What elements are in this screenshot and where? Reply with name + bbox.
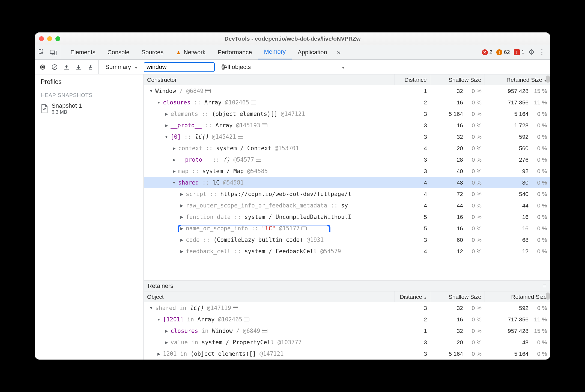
objects-scope-dropdown[interactable]: All objects <box>222 62 347 72</box>
table-row[interactable]: ▶__proto__ :: () @545773280 %2760 % <box>144 154 550 165</box>
titlebar: DevTools - codepen.io/web-dot-dev/live/o… <box>35 32 550 45</box>
download-icon[interactable] <box>76 64 82 70</box>
view-dropdown[interactable]: Summary <box>104 62 139 72</box>
issues-count[interactable]: !1 <box>514 49 524 55</box>
table-row[interactable]: ▶name_or_scope_info :: "lC" @151775160 %… <box>144 223 550 234</box>
collapse-icon[interactable]: ▼ <box>164 135 169 139</box>
window-badge-icon <box>256 158 261 162</box>
retainers-columns: Object Distance Shallow Size Retained Si… <box>144 291 550 302</box>
expand-icon[interactable]: ▶ <box>164 340 169 345</box>
tab-performance[interactable]: Performance <box>212 45 258 59</box>
window-title: DevTools - codepen.io/web-dot-dev/live/o… <box>35 35 550 42</box>
expand-icon[interactable]: ▶ <box>172 169 177 173</box>
col-shallow[interactable]: Shallow Size <box>430 74 485 85</box>
retainers-header: Retainers ≡ <box>144 281 550 291</box>
window-badge-icon <box>262 123 267 127</box>
table-row[interactable]: ▶__proto__ :: Array @1451933160 %1 7280 … <box>144 120 550 131</box>
expand-icon[interactable]: ▶ <box>179 215 184 219</box>
table-row[interactable]: ▶raw_outer_scope_info_or_feedback_metada… <box>144 200 550 211</box>
table-row[interactable]: ▼shared :: lC @545814480 %800 % <box>144 177 550 188</box>
col-constructor[interactable]: Constructor <box>144 74 395 85</box>
tab-network[interactable]: ▲Network <box>169 45 211 59</box>
retainers-menu-icon[interactable]: ≡ <box>542 282 547 290</box>
expand-icon[interactable]: ▶ <box>164 112 169 116</box>
window-badge-icon <box>238 135 243 139</box>
snapshot-size: 6.3 MB <box>52 109 82 115</box>
device-toolbar-icon[interactable] <box>50 49 57 55</box>
expand-icon[interactable]: ▶ <box>172 146 177 150</box>
memory-toolbar: Summary ✕ All objects <box>35 60 550 74</box>
table-row[interactable]: ▶1201 in (object elements)[] @14712135 1… <box>144 348 550 360</box>
upload-icon[interactable] <box>64 64 70 70</box>
col-retained-r[interactable]: Retained Size <box>485 291 550 302</box>
expand-icon[interactable]: ▶ <box>164 123 169 128</box>
inspect-icon[interactable] <box>38 49 45 56</box>
heap-snapshots-section: HEAP SNAPSHOTS <box>35 89 144 100</box>
snapshot-name: Snapshot 1 <box>52 102 82 109</box>
table-row[interactable]: ▼Window / @68491320 %957 42815 % <box>144 85 550 97</box>
heap-grid: Constructor Distance Shallow Size Retain… <box>144 74 550 360</box>
col-shallow-r[interactable]: Shallow Size <box>430 291 485 302</box>
settings-icon[interactable]: ⚙ <box>528 48 535 56</box>
col-retained[interactable]: Retained Size <box>485 74 550 85</box>
expand-icon[interactable]: ▶ <box>156 352 161 356</box>
constructors-header: Constructor Distance Shallow Size Retain… <box>144 74 550 85</box>
expand-icon[interactable]: ▶ <box>179 192 184 196</box>
table-row[interactable]: ▼[1201] in Array @1024652160 %717 35611 … <box>144 314 550 325</box>
table-row[interactable]: ▶elements :: (object elements)[] @147121… <box>144 108 550 120</box>
collapse-icon[interactable]: ▼ <box>156 317 161 322</box>
more-icon[interactable]: ⋮ <box>538 48 545 56</box>
tab-console[interactable]: Console <box>102 45 136 59</box>
snapshot-item[interactable]: Snapshot 1 6.3 MB <box>35 100 144 117</box>
expand-icon[interactable]: ▶ <box>179 203 184 208</box>
window-badge-icon <box>262 329 267 333</box>
collapse-icon[interactable]: ▼ <box>156 100 161 105</box>
table-row[interactable]: ▶code :: (CompileLazy builtin code) @193… <box>144 234 550 246</box>
tab-memory[interactable]: Memory <box>258 45 292 59</box>
table-row[interactable]: ▶script :: https://cdpn.io/web-dot-dev/f… <box>144 188 550 200</box>
table-row[interactable]: ▶value in system / PropertyCell @1037773… <box>144 337 550 348</box>
class-filter-input[interactable]: ✕ <box>144 62 215 72</box>
warning-count[interactable]: !62 <box>496 49 510 55</box>
clear-icon[interactable] <box>52 64 58 70</box>
window-badge-icon <box>251 101 256 104</box>
table-row[interactable]: ▶map :: system / Map @545853400 %920 % <box>144 165 550 177</box>
window-badge-icon <box>205 89 211 93</box>
svg-rect-7 <box>89 67 92 69</box>
window-badge-icon <box>244 318 249 321</box>
tab-elements[interactable]: Elements <box>64 45 102 59</box>
table-row[interactable]: ▼[0] :: lC() @1454213320 %5920 % <box>144 131 550 143</box>
expand-icon[interactable]: ▶ <box>179 238 184 242</box>
scrollbar-thumb[interactable] <box>546 76 550 83</box>
table-row[interactable]: ▼shared in lC() @1471193320 %5920 % <box>144 302 550 314</box>
col-distance[interactable]: Distance <box>395 74 430 85</box>
scrollbar-thumb[interactable] <box>546 293 550 300</box>
table-row[interactable]: ▶function_data :: system / UncompiledDat… <box>144 211 550 223</box>
profiles-title: Profiles <box>35 74 144 89</box>
error-count[interactable]: ✕2 <box>482 49 493 55</box>
col-object[interactable]: Object <box>144 291 395 302</box>
expand-icon[interactable]: ▶ <box>179 249 184 254</box>
class-filter-text[interactable] <box>147 64 222 71</box>
svg-point-4 <box>41 66 44 68</box>
expand-icon[interactable]: ▶ <box>172 158 177 162</box>
table-row[interactable]: ▼closures :: Array @1024652160 %717 3561… <box>144 97 550 108</box>
record-icon[interactable] <box>40 64 46 70</box>
tab-application[interactable]: Application <box>292 45 333 59</box>
svg-line-6 <box>53 65 56 69</box>
collapse-icon[interactable]: ▼ <box>172 180 177 185</box>
snapshot-icon <box>41 104 48 113</box>
col-distance-r[interactable]: Distance <box>395 291 430 302</box>
table-row[interactable]: ▶closures in Window / @68491320 %957 428… <box>144 325 550 337</box>
profiles-sidebar: Profiles HEAP SNAPSHOTS Snapshot 1 6.3 M… <box>35 74 144 360</box>
collapse-icon[interactable]: ▼ <box>149 89 154 93</box>
expand-icon[interactable]: ▶ <box>179 226 184 231</box>
table-row[interactable]: ▶context :: system / Context @1537014200… <box>144 143 550 154</box>
window-badge-icon <box>233 306 238 310</box>
collapse-icon[interactable]: ▼ <box>149 306 154 310</box>
tabs-overflow-icon[interactable]: » <box>333 45 344 59</box>
table-row[interactable]: ▶feedback_cell :: system / FeedbackCell … <box>144 246 550 257</box>
tab-sources[interactable]: Sources <box>135 45 169 59</box>
expand-icon[interactable]: ▶ <box>164 329 169 333</box>
gc-icon[interactable] <box>88 64 94 70</box>
